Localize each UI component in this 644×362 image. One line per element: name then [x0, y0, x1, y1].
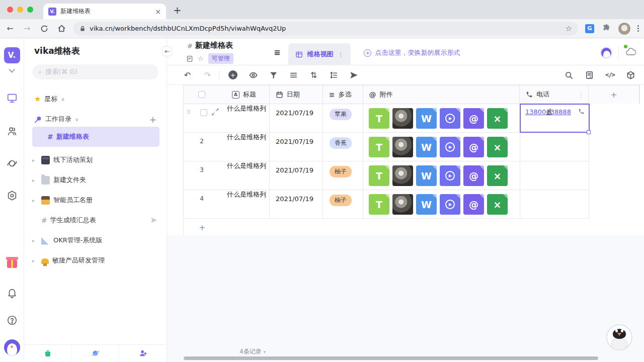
widget-cube-icon[interactable] — [626, 70, 635, 79]
phone-cell[interactable] — [520, 133, 589, 161]
view-menu-icon[interactable]: ⋮ — [337, 51, 344, 58]
cell-fill-handle[interactable] — [587, 130, 591, 134]
clip-file[interactable]: @ — [463, 108, 484, 129]
window-minimize-button[interactable] — [17, 7, 23, 13]
row-height-icon[interactable] — [330, 70, 338, 79]
invite-member-button[interactable] — [119, 345, 167, 361]
url-bar[interactable]: vika.cn/workbench/dsthbUCnLXmDcpPd5h/viw… — [73, 22, 578, 36]
vika-logo[interactable]: V. — [4, 47, 20, 63]
column-header-phone[interactable]: 电话 ⋮ — [520, 85, 589, 104]
template-center-icon[interactable] — [6, 157, 18, 169]
extensions-puzzle-icon[interactable] — [601, 24, 611, 34]
word-file[interactable]: W — [416, 108, 437, 129]
video-file[interactable]: ▶ — [440, 194, 460, 215]
phone-cell[interactable]: 13800138888☝ — [520, 104, 589, 132]
drag-handle-icon[interactable]: ⠿ — [187, 109, 190, 116]
search-records-icon[interactable] — [565, 70, 573, 79]
expand-arrow-icon[interactable]: ▸ — [32, 198, 35, 203]
redo-icon[interactable]: ↷ — [203, 70, 212, 79]
column-header-date[interactable]: 日期 — [270, 85, 323, 104]
column-menu-icon[interactable]: ⋮ — [578, 91, 584, 99]
attachment-cell[interactable]: TW▶@× — [363, 161, 520, 190]
template-button[interactable] — [72, 345, 120, 361]
phone-cell[interactable] — [520, 190, 589, 218]
share-icon[interactable] — [350, 70, 358, 79]
favorite-star-icon[interactable]: ☆ — [198, 55, 204, 62]
home-icon[interactable] — [56, 24, 66, 34]
date-cell[interactable]: 2021/07/19 — [270, 133, 323, 161]
tab-close-icon[interactable]: × — [155, 8, 161, 16]
text-file[interactable]: T — [369, 108, 389, 129]
select-all-checkbox[interactable] — [198, 91, 205, 98]
expand-arrow-icon[interactable]: ▸ — [32, 177, 35, 183]
word-file[interactable]: W — [416, 137, 437, 157]
description-icon[interactable] — [186, 55, 193, 62]
date-cell[interactable]: 2021/07/19 — [270, 190, 323, 218]
multiselect-cell[interactable]: 香蕉 — [323, 133, 363, 161]
workbench-icon[interactable] — [6, 92, 18, 104]
browser-tab[interactable]: V. 新建维格表 × — [43, 4, 166, 19]
excel-file[interactable]: × — [487, 194, 508, 215]
column-header-attachment[interactable]: @ 附件 — [363, 85, 520, 104]
multiselect-cell[interactable]: 苹果 — [323, 104, 363, 132]
sidebar-item-agile-rd[interactable]: ▸ 敏捷产品研发管理 — [24, 250, 167, 270]
clip-file[interactable]: @ — [463, 137, 484, 157]
call-icon[interactable] — [578, 108, 585, 115]
sidebar-item-offline-activity[interactable]: ▸ 线下活动策划 — [24, 150, 167, 170]
workspace-title[interactable]: vika维格表 — [34, 45, 80, 57]
trash-button[interactable] — [24, 345, 72, 361]
horizontal-scrollbar[interactable] — [184, 356, 598, 360]
collaborator-avatar[interactable] — [600, 47, 612, 59]
view-list-icon[interactable]: ≡ — [274, 48, 280, 57]
bookmark-star-icon[interactable]: ☆ — [566, 24, 572, 33]
form-view-icon[interactable] — [585, 70, 594, 79]
mascot-sticker[interactable] — [606, 324, 632, 350]
settings-hexagon-icon[interactable] — [6, 190, 18, 202]
add-node-button[interactable]: + — [149, 115, 156, 125]
datasheet-title[interactable]: 新建维格表 — [195, 41, 233, 50]
expand-record-icon[interactable]: ↗↙ — [212, 109, 219, 116]
expand-arrow-icon[interactable]: ▸ — [32, 238, 35, 243]
group-icon[interactable] — [289, 70, 298, 79]
user-avatar[interactable] — [4, 339, 20, 355]
sidebar-item-datasheet[interactable]: # 新建维格表 — [32, 127, 159, 147]
row-checkbox[interactable] — [200, 109, 207, 116]
text-file[interactable]: T — [369, 137, 389, 157]
column-header-multiselect[interactable]: ≡ 多选 — [323, 85, 363, 104]
sync-cloud-icon[interactable] — [625, 46, 637, 59]
starred-collapse-icon[interactable]: ∧ — [61, 97, 64, 102]
back-icon[interactable]: ← — [5, 24, 15, 34]
insert-field-icon[interactable]: + — [228, 70, 237, 79]
sidebar-item-okr[interactable]: ▸ OKR管理-系统版 — [24, 230, 167, 250]
excel-file[interactable]: × — [487, 108, 508, 129]
workspace-switch-chevron-icon[interactable] — [9, 66, 15, 73]
help-icon[interactable] — [6, 314, 18, 326]
video-file[interactable]: ▶ — [440, 165, 460, 186]
clip-file[interactable]: @ — [463, 165, 484, 186]
text-file[interactable]: T — [369, 165, 389, 186]
window-close-button[interactable] — [7, 7, 13, 13]
video-file[interactable]: ▶ — [440, 137, 460, 157]
browser-menu-icon[interactable] — [637, 25, 639, 32]
add-view-hint[interactable]: + 点击这里，变换新的展示形式 — [364, 48, 460, 57]
image-file[interactable] — [392, 194, 413, 215]
directory-section-header[interactable]: 工作目录 ∨ — [34, 115, 78, 124]
contacts-icon[interactable] — [6, 125, 18, 137]
hide-fields-eye-icon[interactable] — [249, 70, 258, 79]
notifications-bell-icon[interactable] — [6, 287, 18, 299]
sidebar-collapse-button[interactable]: ⇤ — [162, 46, 172, 56]
api-code-icon[interactable]: </> — [606, 70, 614, 79]
title-cell[interactable]: 4什么是维格列 — [184, 190, 270, 218]
sort-icon[interactable]: ⇅ — [309, 70, 318, 79]
reload-icon[interactable] — [39, 24, 49, 34]
attachment-cell[interactable]: TW▶@× — [363, 104, 520, 132]
multiselect-cell[interactable]: 柚子 — [323, 161, 363, 190]
gift-icon[interactable] — [6, 258, 18, 270]
sidebar-item-new-folder[interactable]: ▸ 新建文件夹 — [24, 170, 167, 190]
word-file[interactable]: W — [416, 194, 437, 215]
word-file[interactable]: W — [416, 165, 437, 186]
date-cell[interactable]: 2021/07/19 — [270, 161, 323, 190]
excel-file[interactable]: × — [487, 137, 508, 157]
forward-icon[interactable]: → — [22, 24, 32, 34]
sidebar-item-student-scores[interactable]: # 学生成绩汇总表 — [24, 210, 167, 230]
